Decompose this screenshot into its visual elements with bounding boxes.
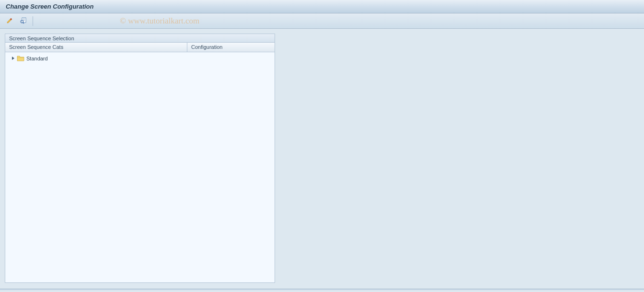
edit-button[interactable] xyxy=(5,16,15,26)
screen-sequence-panel: Screen Sequence Selection Screen Sequenc… xyxy=(5,34,275,283)
tree-item-label: Standard xyxy=(26,56,48,61)
column-header-cats[interactable]: Screen Sequence Cats xyxy=(5,43,187,52)
title-bar: Change Screen Configuration xyxy=(0,0,644,13)
bottom-border xyxy=(0,289,644,290)
table-header: Screen Sequence Cats Configuration xyxy=(5,43,275,52)
panel-title: Screen Sequence Selection xyxy=(5,34,275,43)
watermark-text: © www.tutorialkart.com xyxy=(120,16,199,26)
toolbar: © www.tutorialkart.com xyxy=(0,13,644,29)
content-area: Screen Sequence Selection Screen Sequenc… xyxy=(0,29,644,292)
tree-area[interactable]: Standard xyxy=(5,52,275,282)
folder-icon xyxy=(17,55,24,62)
toolbar-separator xyxy=(33,16,33,26)
pencil-glasses-icon xyxy=(6,17,14,25)
column-header-config[interactable]: Configuration xyxy=(187,43,275,52)
page-title: Change Screen Configuration xyxy=(6,3,93,10)
tree-row-standard[interactable]: Standard xyxy=(8,54,272,62)
magnifier-document-icon xyxy=(20,17,27,25)
expand-caret-icon[interactable] xyxy=(11,57,15,60)
search-button[interactable] xyxy=(18,16,29,26)
